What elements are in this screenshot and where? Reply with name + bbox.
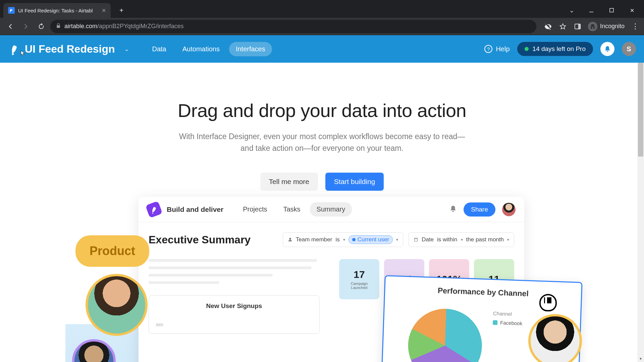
user-avatar[interactable]: S xyxy=(622,42,636,56)
nav-automations[interactable]: Automations xyxy=(176,42,226,56)
avatar-decor-1 xyxy=(86,274,148,336)
window-controls: ⌄ ✕ xyxy=(561,3,644,18)
help-label: Help xyxy=(496,45,509,53)
scrollbar-thumb[interactable] xyxy=(638,63,643,157)
demo-rocket-icon xyxy=(145,201,162,218)
rocket-icon xyxy=(6,41,22,57)
status-dot-icon xyxy=(525,47,529,51)
browser-tab-strip: UI Feed Redesign: Tasks - Airtabl ✕ + ⌄ … xyxy=(0,0,644,18)
trial-label: 14 days left on Pro xyxy=(533,45,586,53)
browser-tab-active[interactable]: UI Feed Redesign: Tasks - Airtabl ✕ xyxy=(3,3,111,18)
start-building-button[interactable]: Start building xyxy=(325,173,384,191)
legend-header: Channel xyxy=(493,310,523,317)
demo-filters: Team member is▾ Current user▾ Date is wi… xyxy=(283,232,514,247)
browser-menu-icon[interactable]: ⋮ xyxy=(631,22,640,31)
browser-address-bar: airtable.com/appnB2PYqtdgiMrZG/interface… xyxy=(0,18,644,35)
filter-team-member: Team member is▾ Current user▾ xyxy=(283,232,403,247)
incognito-icon xyxy=(588,22,597,31)
nav-forward-button[interactable] xyxy=(19,20,32,33)
nav-interfaces[interactable]: Interfaces xyxy=(229,42,272,56)
demo-bell-icon xyxy=(449,205,457,214)
demo-signups-title: New User Signups xyxy=(156,302,313,310)
incognito-label: Incognito xyxy=(600,23,625,30)
demo-signups-axis: 3000 xyxy=(156,323,313,327)
header-nav: Data Automations Interfaces xyxy=(146,42,272,56)
hero-title: Drag and drop your data into action xyxy=(0,100,644,121)
demo-card-title: Build and deliver xyxy=(167,205,223,214)
demo-signups-card: New User Signups 3000 xyxy=(149,295,320,334)
new-tab-button[interactable]: + xyxy=(115,4,127,16)
pie-chart xyxy=(407,307,483,362)
demo-avatar xyxy=(502,203,516,216)
url-text: airtable.com/appnB2PYqtdgiMrZG/interface… xyxy=(64,23,184,30)
window-close-icon[interactable]: ✕ xyxy=(622,3,642,18)
eye-off-icon[interactable] xyxy=(544,22,552,31)
product-pill: Product xyxy=(75,235,149,267)
nav-reload-button[interactable] xyxy=(35,20,48,33)
svg-rect-0 xyxy=(589,12,593,12)
illustration: Product Build and deliver Projects Tasks… xyxy=(65,197,579,362)
trial-pill[interactable]: 14 days left on Pro xyxy=(517,42,593,56)
hero-section: Drag and drop your data into action With… xyxy=(0,63,644,191)
demo-card-header: Build and deliver Projects Tasks Summary… xyxy=(139,197,524,222)
demo-share-button: Share xyxy=(464,202,495,217)
scrollbar[interactable]: ▾ xyxy=(637,63,644,362)
svg-rect-1 xyxy=(610,8,613,12)
incognito-indicator[interactable]: Incognito xyxy=(588,22,625,31)
app-header: UI Feed Redesign ⌄ Data Automations Inte… xyxy=(0,35,644,63)
demo-text-skeleton: New User Signups 3000 xyxy=(149,259,326,334)
tell-me-more-button[interactable]: Tell me more xyxy=(260,173,318,191)
base-title: UI Feed Redesign xyxy=(25,43,115,55)
help-icon: ? xyxy=(484,45,492,53)
bell-icon xyxy=(604,46,611,52)
chevron-down-icon[interactable]: ⌄ xyxy=(124,46,129,52)
notifications-button[interactable] xyxy=(600,42,614,56)
stat-card-1: 17CampaignLaunched xyxy=(339,259,379,299)
tabs-dropdown-icon[interactable]: ⌄ xyxy=(561,3,582,18)
filter-date: Date is within▾ the past month▾ xyxy=(409,232,514,247)
chart-legend: Channel Facebook xyxy=(491,310,523,362)
tab-close-icon[interactable]: ✕ xyxy=(102,7,106,14)
svg-rect-3 xyxy=(578,24,580,29)
window-maximize-icon[interactable] xyxy=(602,3,622,18)
nav-data[interactable]: Data xyxy=(146,42,173,56)
demo-tab-summary: Summary xyxy=(310,202,352,217)
tab-title: UI Feed Redesign: Tasks - Airtabl xyxy=(18,8,98,13)
base-title-area[interactable]: UI Feed Redesign ⌄ xyxy=(8,43,129,55)
legend-label: Facebook xyxy=(500,320,522,326)
legend-swatch xyxy=(493,320,497,325)
address-omnibox[interactable]: airtable.com/appnB2PYqtdgiMrZG/interface… xyxy=(50,20,536,33)
main-content: Drag and drop your data into action With… xyxy=(0,63,644,362)
side-panel-icon[interactable] xyxy=(573,22,582,31)
help-button[interactable]: ? Help xyxy=(484,45,509,53)
demo-body-title: Executive Summary xyxy=(149,234,251,246)
demo-tab-projects: Projects xyxy=(236,202,274,217)
user-icon xyxy=(288,237,292,242)
grab-cursor-icon xyxy=(539,294,557,311)
scroll-down-icon[interactable]: ▾ xyxy=(637,355,644,362)
star-icon[interactable] xyxy=(558,22,567,31)
hero-subtitle: With Interface Designer, even your most … xyxy=(0,131,644,154)
nav-back-button[interactable] xyxy=(4,20,17,33)
tab-favicon xyxy=(8,7,15,14)
calendar-icon xyxy=(414,237,418,242)
window-minimize-icon[interactable] xyxy=(582,3,602,18)
lock-icon xyxy=(56,23,61,30)
demo-tab-tasks: Tasks xyxy=(276,202,307,217)
